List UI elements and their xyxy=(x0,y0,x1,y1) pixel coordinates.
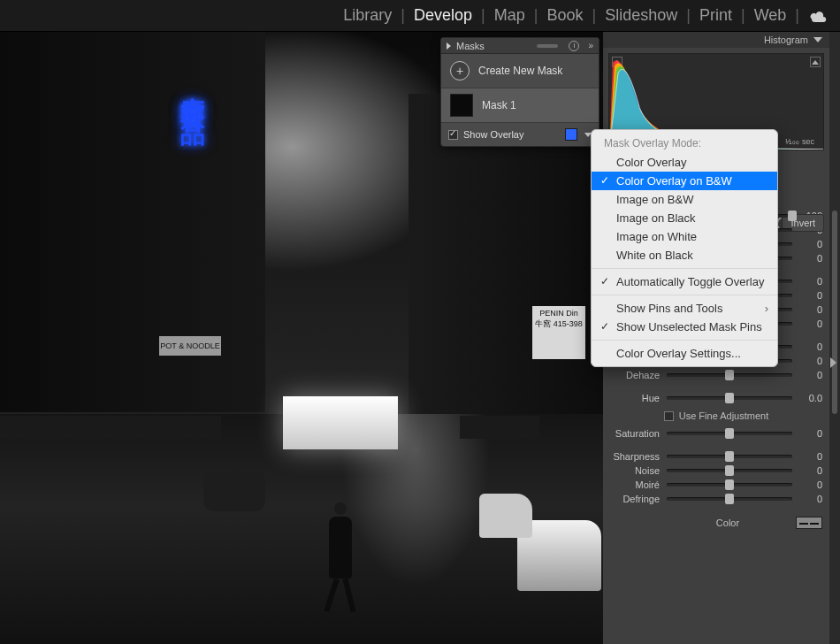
color-swatch-icon[interactable] xyxy=(796,517,822,529)
nav-print[interactable]: Print xyxy=(694,6,737,25)
nav-book[interactable]: Book xyxy=(541,6,588,25)
masks-header[interactable]: Masks i » xyxy=(441,38,599,54)
overlay-color-swatch[interactable] xyxy=(565,128,577,141)
menu-color-overlay-bw[interactable]: ✓Color Overlay on B&W xyxy=(592,172,777,190)
slider-dehaze[interactable]: Dehaze0 xyxy=(610,370,822,380)
menu-auto-toggle[interactable]: ✓Automatically Toggle Overlay xyxy=(592,272,777,291)
show-overlay-checkbox[interactable] xyxy=(448,130,458,140)
menu-show-pins[interactable]: Show Pins and Tools xyxy=(592,299,777,318)
panel-scrollbar[interactable] xyxy=(829,32,840,644)
fine-adjustment-checkbox[interactable]: Use Fine Adjustment xyxy=(610,410,822,421)
chevrons-icon[interactable]: » xyxy=(588,41,593,50)
slider-sharpness[interactable]: Sharpness0 xyxy=(610,451,822,462)
expand-arrow-icon[interactable] xyxy=(830,357,836,368)
menu-image-black[interactable]: Image on Black xyxy=(592,209,777,227)
nav-develop[interactable]: Develop xyxy=(409,6,477,25)
mask-item-label: Mask 1 xyxy=(482,99,516,111)
menu-image-white[interactable]: Image on White xyxy=(592,227,777,246)
create-mask-label: Create New Mask xyxy=(478,65,562,77)
slider-saturation[interactable]: Saturation0 xyxy=(610,428,822,439)
plus-icon: + xyxy=(450,61,470,80)
slider-moire[interactable]: Moiré0 xyxy=(610,479,822,490)
nav-map[interactable]: Map xyxy=(489,6,531,25)
show-overlay-label: Show Overlay xyxy=(463,129,523,140)
create-mask-button[interactable]: + Create New Mask xyxy=(441,54,599,88)
collapse-icon[interactable] xyxy=(813,37,822,42)
mask-item[interactable]: Mask 1 xyxy=(441,88,599,123)
menu-overlay-settings[interactable]: Color Overlay Settings... xyxy=(592,344,777,363)
menu-color-overlay[interactable]: Color Overlay xyxy=(592,153,777,172)
menu-header: Mask Overlay Mode: xyxy=(592,134,777,153)
masks-panel: Masks i » + Create New Mask Mask 1 Show … xyxy=(440,37,599,147)
info-icon[interactable]: i xyxy=(569,41,579,51)
slider-hue[interactable]: Hue0.0 xyxy=(610,393,822,403)
color-label: Color xyxy=(716,518,739,528)
masks-title: Masks xyxy=(456,41,531,51)
nav-slideshow[interactable]: Slideshow xyxy=(599,6,683,25)
nav-web[interactable]: Web xyxy=(749,6,792,25)
menu-image-bw[interactable]: Image on B&W xyxy=(592,190,777,209)
histogram-title: Histogram xyxy=(764,34,808,45)
module-nav: Library| Develop| Map| Book| Slideshow| … xyxy=(0,0,840,32)
overlay-mode-menu: Mask Overlay Mode: Color Overlay ✓Color … xyxy=(591,129,778,367)
neon-sign: 麻辣一品 xyxy=(175,76,209,111)
color-section[interactable]: Color xyxy=(610,517,822,529)
slider-noise[interactable]: Noise0 xyxy=(610,465,822,476)
nav-library[interactable]: Library xyxy=(338,6,397,25)
slider-defringe[interactable]: Defringe0 xyxy=(610,494,822,504)
scrollbar-thumb[interactable] xyxy=(832,211,837,414)
exposure-readout: ¹⁄₁₀₀ sec xyxy=(785,137,814,146)
menu-show-unselected[interactable]: ✓Show Unselected Mask Pins xyxy=(592,318,777,336)
disclosure-icon[interactable] xyxy=(447,42,451,50)
drag-grip-icon[interactable] xyxy=(537,44,558,48)
mask-thumbnail xyxy=(450,94,473,117)
menu-white-black[interactable]: White on Black xyxy=(592,246,777,264)
histogram-header[interactable]: Histogram xyxy=(603,32,829,48)
cloud-sync-icon[interactable] xyxy=(808,10,828,22)
